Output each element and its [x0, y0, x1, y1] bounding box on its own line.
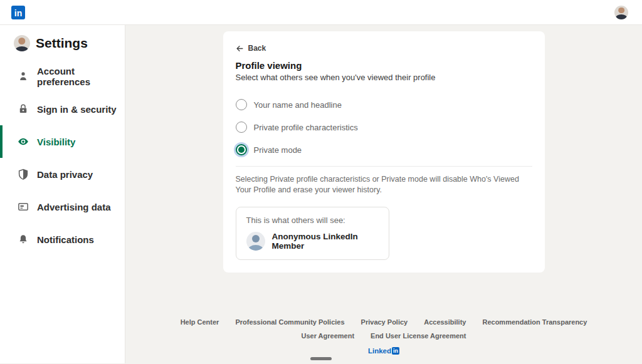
- settings-nav: Account preferences Sign in & security V…: [0, 60, 125, 256]
- footer-links-row-1: Help Center Professional Community Polic…: [181, 318, 587, 326]
- shield-icon: [18, 169, 29, 180]
- id-card-icon: [18, 201, 29, 212]
- linkedin-logo[interactable]: in: [11, 6, 25, 19]
- card-title: Profile viewing: [236, 60, 532, 71]
- anonymous-member-row: Anonymous LinkedIn Member: [246, 232, 379, 251]
- user-avatar[interactable]: [614, 6, 628, 19]
- private-mode-note: Selecting Private profile characteristic…: [236, 174, 532, 195]
- footer-link-help-center[interactable]: Help Center: [181, 318, 219, 326]
- sidebar-item-advertising-data[interactable]: Advertising data: [0, 190, 125, 223]
- preview-box: This is what others will see: Anonymous …: [236, 207, 389, 260]
- radio-option-your-name-and-headline[interactable]: Your name and headline: [236, 97, 342, 112]
- page-footer: Help Center Professional Community Polic…: [181, 318, 587, 363]
- sidebar-item-data-privacy[interactable]: Data privacy: [0, 158, 125, 190]
- settings-page-title: Settings: [36, 36, 88, 51]
- footer-links-row-2: User Agreement End User License Agreemen…: [301, 332, 466, 340]
- main-content: Back Profile viewing Select what others …: [125, 25, 642, 363]
- settings-sidebar: Settings Account preferences Sign in & s…: [0, 25, 125, 363]
- sidebar-header: Settings: [0, 35, 125, 60]
- footer-link-accessibility[interactable]: Accessibility: [424, 318, 466, 326]
- profile-viewing-card: Back Profile viewing Select what others …: [223, 31, 545, 273]
- eye-icon: [18, 136, 29, 147]
- footer-link-recommendation-transparency[interactable]: Recommendation Transparency: [482, 318, 587, 326]
- bell-icon: [18, 234, 29, 245]
- back-arrow-icon: [236, 44, 244, 53]
- sidebar-item-notifications[interactable]: Notifications: [0, 223, 125, 256]
- linkedin-footer-logo[interactable]: Linked in: [368, 347, 399, 355]
- radio-option-private-mode[interactable]: Private mode: [236, 142, 302, 157]
- sidebar-item-visibility[interactable]: Visibility: [0, 125, 125, 158]
- divider: [236, 166, 532, 167]
- sidebar-item-account-preferences[interactable]: Account preferences: [0, 60, 125, 93]
- profile-viewing-options: Your name and headline Private profile c…: [236, 97, 532, 157]
- radio-option-private-profile-characteristics[interactable]: Private profile characteristics: [236, 120, 358, 135]
- anonymous-member-name: Anonymous LinkedIn Member: [272, 232, 379, 251]
- person-icon: [18, 71, 29, 82]
- back-button[interactable]: Back: [236, 41, 266, 55]
- linkedin-footer-logo-badge: in: [392, 347, 399, 355]
- footer-link-professional-community-policies[interactable]: Professional Community Policies: [235, 318, 344, 326]
- preview-heading: This is what others will see:: [246, 216, 379, 225]
- anonymous-member-avatar-icon: [246, 232, 265, 251]
- card-subtitle: Select what others see when you've viewe…: [236, 73, 532, 82]
- radio-selected-icon: [236, 144, 247, 155]
- back-label: Back: [248, 44, 266, 53]
- footer-link-privacy-policy[interactable]: Privacy Policy: [361, 318, 408, 326]
- radio-unselected-icon: [236, 122, 247, 133]
- radio-unselected-icon: [236, 99, 247, 110]
- top-navigation-bar: in: [0, 0, 642, 25]
- footer-link-end-user-license-agreement[interactable]: End User License Agreement: [371, 332, 466, 340]
- user-avatar-small: [14, 35, 30, 51]
- lock-icon: [18, 103, 29, 115]
- sidebar-item-sign-in-security[interactable]: Sign in & security: [0, 93, 125, 125]
- footer-link-user-agreement[interactable]: User Agreement: [301, 332, 354, 340]
- horizontal-scrollbar-thumb[interactable]: [310, 357, 332, 360]
